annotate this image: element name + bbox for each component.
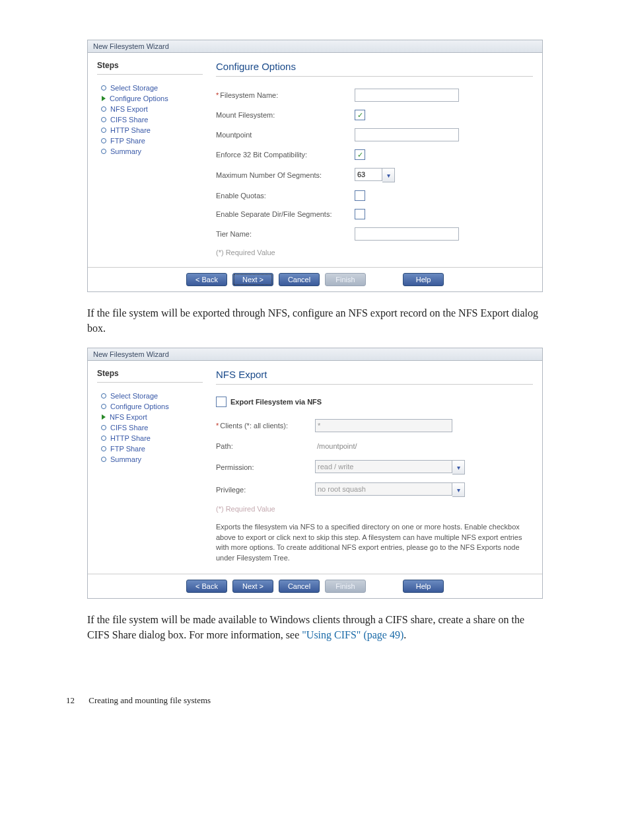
step-bullet-icon (101, 128, 106, 133)
export-nfs-label: Export Filesystem via NFS (230, 398, 322, 406)
step-bullet-icon (101, 106, 106, 112)
help-text: Exports the filesystem via NFS to a spec… (216, 522, 533, 563)
field-label-mountfs: Mount Filesystem: (216, 111, 355, 119)
steps-heading: Steps (97, 61, 203, 75)
button-bar: < Back Next > Cancel Finish Help (88, 574, 542, 598)
field-label-clients: Clients (*: all clients): (220, 422, 288, 430)
button-bar: < Back Next > Cancel Finish Help (88, 267, 542, 291)
step-item: NFS Export (101, 413, 203, 421)
step-label: Select Storage (110, 392, 158, 400)
step-label: CIFS Share (110, 424, 148, 432)
step-item: Summary (101, 147, 203, 155)
tier-input[interactable] (355, 227, 459, 241)
privilege-dropdown-button[interactable]: ▾ (452, 482, 465, 497)
step-label: HTTP Share (110, 434, 151, 442)
step-label: NFS Export (110, 413, 147, 421)
help-button[interactable]: Help (403, 273, 444, 286)
enforce32-checkbox[interactable]: ✓ (355, 149, 365, 160)
permission-select[interactable] (315, 460, 452, 473)
mountpoint-input[interactable] (355, 128, 459, 141)
step-item: Summary (101, 455, 203, 463)
paragraph-cifs: If the file system will be made availabl… (87, 612, 543, 642)
chevron-down-icon: ▾ (387, 172, 390, 179)
step-label: HTTP Share (110, 126, 151, 134)
step-item: Select Storage (101, 84, 203, 92)
step-bullet-icon (101, 446, 106, 451)
step-item: HTTP Share (101, 434, 203, 442)
step-bullet-icon (101, 436, 106, 441)
required-note: (*) Required Value (216, 505, 533, 513)
quotas-checkbox[interactable] (355, 190, 365, 201)
window-title: New Filesystem Wizard (88, 40, 542, 53)
step-label: FTP Share (110, 445, 145, 453)
step-item: NFS Export (101, 105, 203, 113)
step-label: Summary (110, 455, 141, 463)
field-label-quotas: Enable Quotas: (216, 192, 355, 200)
permission-dropdown-button[interactable]: ▾ (452, 460, 465, 475)
finish-button: Finish (325, 273, 366, 286)
step-bullet-icon (101, 404, 106, 409)
back-button[interactable]: < Back (186, 580, 227, 593)
step-label: CIFS Share (110, 116, 148, 124)
step-item: HTTP Share (101, 126, 203, 134)
cancel-button[interactable]: Cancel (279, 580, 320, 593)
step-bullet-icon (101, 85, 106, 91)
maxseg-input[interactable] (355, 168, 382, 181)
step-item: CIFS Share (101, 116, 203, 124)
chapter-title: Creating and mounting file systems (88, 695, 211, 705)
step-label: Configure Options (110, 95, 168, 102)
step-label: Select Storage (110, 84, 158, 92)
step-arrow-icon (102, 414, 106, 420)
privilege-select[interactable] (315, 482, 452, 496)
step-label: NFS Export (110, 105, 148, 113)
step-item: Configure Options (101, 402, 203, 410)
steps-sidebar: Steps Select StorageConfigure OptionsNFS… (97, 61, 203, 256)
required-note: (*) Required Value (216, 248, 533, 256)
step-item: FTP Share (101, 445, 203, 453)
field-label-fsname: Filesystem Name: (220, 91, 278, 99)
maxseg-dropdown-button[interactable]: ▾ (382, 168, 395, 182)
wizard-configure-options: New Filesystem Wizard Steps Select Stora… (87, 40, 543, 292)
next-button[interactable]: Next > (232, 580, 273, 593)
chevron-down-icon: ▾ (457, 464, 460, 471)
clients-input[interactable] (315, 419, 452, 432)
mountfs-checkbox[interactable]: ✓ (355, 110, 365, 120)
finish-button: Finish (325, 580, 366, 593)
field-label-tier: Tier Name: (216, 230, 355, 238)
steps-heading: Steps (97, 369, 203, 383)
panel-title: Configure Options (216, 61, 533, 77)
chevron-down-icon: ▾ (457, 486, 460, 494)
field-label-privilege: Privilege: (216, 486, 315, 494)
step-item: Configure Options (101, 95, 203, 102)
using-cifs-link[interactable]: "Using CIFS" (page 49) (302, 629, 403, 640)
required-star: * (216, 91, 219, 99)
step-bullet-icon (101, 149, 106, 154)
field-label-enforce32: Enforce 32 Bit Compatibility: (216, 151, 355, 159)
export-nfs-checkbox[interactable] (216, 397, 227, 407)
step-bullet-icon (101, 138, 106, 143)
step-item: FTP Share (101, 137, 203, 145)
field-label-path: Path: (216, 442, 315, 450)
page-number: 12 (66, 695, 75, 705)
cancel-button[interactable]: Cancel (279, 273, 320, 286)
help-button[interactable]: Help (403, 580, 444, 593)
wizard-nfs-export: New Filesystem Wizard Steps Select Stora… (87, 348, 543, 599)
field-label-sepseg: Enable Separate Dir/File Segments: (216, 210, 355, 218)
step-bullet-icon (101, 425, 106, 430)
step-item: CIFS Share (101, 424, 203, 432)
path-input (315, 440, 451, 452)
sepseg-checkbox[interactable] (355, 209, 365, 219)
step-arrow-icon (102, 96, 106, 101)
field-label-permission: Permission: (216, 463, 315, 471)
back-button[interactable]: < Back (186, 273, 227, 286)
steps-sidebar: Steps Select StorageConfigure OptionsNFS… (97, 369, 203, 563)
step-label: Summary (110, 147, 141, 155)
fsname-input[interactable] (355, 89, 459, 102)
next-button[interactable]: Next > (232, 273, 273, 286)
panel-title: NFS Export (216, 369, 533, 385)
field-label-maxseg: Maximum Number Of Segments: (216, 171, 355, 179)
step-label: Configure Options (110, 402, 169, 410)
paragraph-nfs: If the file system will be exported thro… (87, 305, 543, 336)
required-star: * (216, 422, 219, 430)
step-label: FTP Share (110, 137, 145, 145)
